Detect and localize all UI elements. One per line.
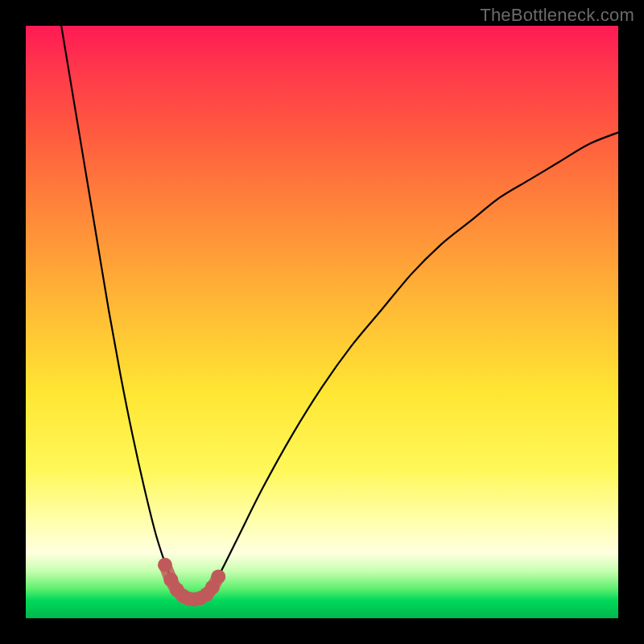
plot-area xyxy=(26,26,618,618)
watermark-text: TheBottleneck.com xyxy=(480,5,634,26)
highlight-dot xyxy=(158,558,172,572)
highlight-dots xyxy=(158,558,225,607)
main-curve xyxy=(61,26,618,600)
chart-svg xyxy=(26,26,618,618)
chart-frame: TheBottleneck.com xyxy=(0,0,644,644)
highlight-dot xyxy=(211,569,225,584)
